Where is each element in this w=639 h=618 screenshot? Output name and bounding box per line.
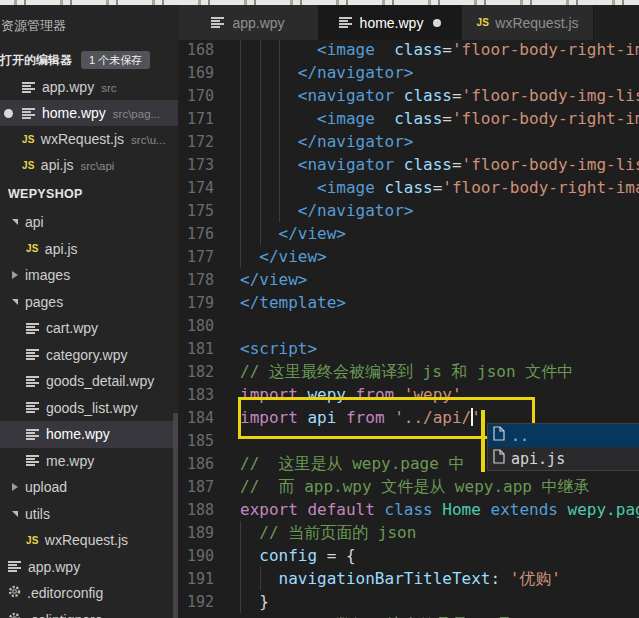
code-line-169[interactable]: 169 </navigator>	[178, 61, 639, 84]
explorer-title: 资源管理器	[0, 5, 178, 46]
wpy-file-icon	[22, 82, 35, 93]
tab-wxRequest.js[interactable]: JSwxRequest.js	[462, 5, 594, 40]
annotation-tail-line	[481, 410, 485, 472]
suggestion-api.js[interactable]: api.js	[488, 447, 639, 470]
code-token: config	[259, 546, 317, 565]
line-number: 177	[178, 246, 214, 269]
tree-item-goods_list.wpy[interactable]: goods_list.wpy	[0, 395, 178, 422]
line-number: 174	[178, 177, 214, 200]
code-token	[481, 500, 491, 519]
code-token: <navigator	[298, 86, 394, 105]
wpy-file-icon	[26, 402, 39, 413]
tab-app.wpy[interactable]: app.wpy	[178, 5, 319, 40]
code-line-171[interactable]: 171 <image class='floor-body-right-image…	[178, 107, 639, 130]
code-line-179[interactable]: 179</template>	[178, 291, 639, 314]
code-line-172[interactable]: 172 </navigator>	[178, 130, 639, 153]
code-line-192[interactable]: 192 }	[178, 590, 639, 613]
code-token: class	[385, 500, 433, 519]
tree-item-api.js[interactable]: JSapi.js	[0, 236, 178, 263]
wpy-file-icon	[26, 429, 39, 440]
indent-guide	[240, 38, 241, 268]
code-token: <image	[317, 109, 375, 128]
code-line-177[interactable]: 177 </view>	[178, 245, 639, 268]
line-number: 182	[178, 361, 214, 384]
code-line-191[interactable]: 191 navigationBarTitleText: '优购'	[178, 567, 639, 590]
project-section-header[interactable]: WEPYSHOP	[0, 178, 178, 209]
code-line-189[interactable]: 189 // 当前页面的 json	[178, 521, 639, 544]
tree-item-.editorconfig[interactable]: .editorconfig	[0, 580, 178, 607]
code-token	[500, 569, 510, 588]
code-line-190[interactable]: 190 config = {	[178, 544, 639, 567]
code-line-187[interactable]: 187// 而 app.wpy 文件是从 wepy.app 中继承	[178, 475, 639, 498]
code-line-188[interactable]: 188export default class Home extends wep…	[178, 498, 639, 521]
line-number: 191	[178, 568, 214, 591]
gear-icon	[8, 612, 21, 618]
tree-item-label: .editorconfig	[27, 585, 103, 601]
line-number: 186	[178, 453, 214, 476]
tree-item-utils[interactable]: utils	[0, 501, 178, 528]
code-line-173[interactable]: 173 <navigator class='floor-body-img-lis…	[178, 153, 639, 176]
code-line-174[interactable]: 174 <image class='floor-body-right-image…	[178, 176, 639, 199]
code-line-180[interactable]: 180	[178, 314, 639, 337]
tab-home.wpy[interactable]: home.wpy	[319, 5, 462, 40]
tree-item-wxRequest.js[interactable]: JSwxRequest.js	[0, 527, 178, 554]
js-file-icon: JS	[476, 17, 489, 28]
line-number: 169	[178, 62, 214, 85]
code-token: class	[404, 155, 452, 174]
code-editor[interactable]: 168 <image class='floor-body-right-image…	[178, 38, 639, 618]
code-line-178[interactable]: 178</view>	[178, 268, 639, 291]
code-token: default	[307, 500, 374, 519]
code-line-193[interactable]: 193 // data 数据 注意符号是 - 号	[178, 613, 639, 618]
line-number: 173	[178, 154, 214, 177]
line-number: 184	[178, 407, 214, 430]
tree-item-category.wpy[interactable]: category.wpy	[0, 342, 178, 369]
tree-item-images[interactable]: images	[0, 262, 178, 289]
code-token: extends	[491, 500, 558, 519]
code-token: {	[346, 546, 356, 565]
code-token: 'floor-body-right-image'	[442, 178, 639, 197]
tree-item-goods_detail.wpy[interactable]: goods_detail.wpy	[0, 368, 178, 395]
code-line-176[interactable]: 176 </view>	[178, 222, 639, 245]
tree-item-upload[interactable]: upload	[0, 474, 178, 501]
tree-item-label: me.wpy	[46, 453, 94, 469]
code-line-181[interactable]: 181<script>	[178, 337, 639, 360]
gear-icon	[8, 585, 21, 601]
open-editor-item-api.js[interactable]: JSapi.jssrc\api	[0, 152, 178, 178]
tree-item-label: utils	[25, 506, 50, 522]
tree-item-cart.wpy[interactable]: cart.wpy	[0, 315, 178, 342]
code-line-175[interactable]: 175 </navigator>	[178, 199, 639, 222]
code-token: 'floor-body-img-list'	[462, 86, 639, 105]
code-line-182[interactable]: 182// 这里最终会被编译到 js 和 json 文件中	[178, 360, 639, 383]
line-number: 175	[178, 200, 214, 223]
code-token	[240, 201, 298, 220]
tree-item-label: pages	[25, 294, 63, 310]
suggestion-..[interactable]: ..	[488, 424, 639, 447]
code-line-168[interactable]: 168 <image class='floor-body-right-image…	[178, 38, 639, 61]
open-editors-header[interactable]: 打开的编辑器 1 个未保存	[0, 46, 178, 74]
tree-item-me.wpy[interactable]: me.wpy	[0, 448, 178, 475]
code-token	[394, 86, 404, 105]
open-editor-item-app.wpy[interactable]: app.wpysrc	[0, 74, 178, 100]
line-number: 168	[178, 39, 214, 62]
code-token: // 这里是从 wepy.page 中	[240, 454, 465, 473]
chevron-collapsed-icon	[12, 271, 18, 279]
chevron-expanded-icon	[12, 511, 18, 517]
tree-item-home.wpy[interactable]: home.wpy	[0, 421, 178, 448]
open-editor-item-wxRequest.js[interactable]: JSwxRequest.jssrc\u...	[0, 126, 178, 152]
line-number: 183	[178, 384, 214, 407]
open-editor-item-home.wpy[interactable]: home.wpysrc\pag...	[0, 100, 178, 126]
code-token	[375, 178, 385, 197]
file-path: src\pag...	[113, 106, 160, 120]
tree-item-api[interactable]: api	[0, 209, 178, 236]
tree-item-.eslintignore[interactable]: .eslintignore	[0, 607, 178, 618]
tree-item-pages[interactable]: pages	[0, 289, 178, 316]
wpy-file-icon	[339, 17, 352, 28]
tree-item-app.wpy[interactable]: app.wpy	[0, 554, 178, 581]
code-token: class	[404, 86, 452, 105]
code-token	[240, 523, 259, 542]
code-token: </view>	[240, 270, 307, 289]
tab-label: wxRequest.js	[495, 15, 578, 31]
indent-guide	[279, 38, 280, 222]
modified-dot-icon	[433, 19, 441, 27]
code-line-170[interactable]: 170 <navigator class='floor-body-img-lis…	[178, 84, 639, 107]
